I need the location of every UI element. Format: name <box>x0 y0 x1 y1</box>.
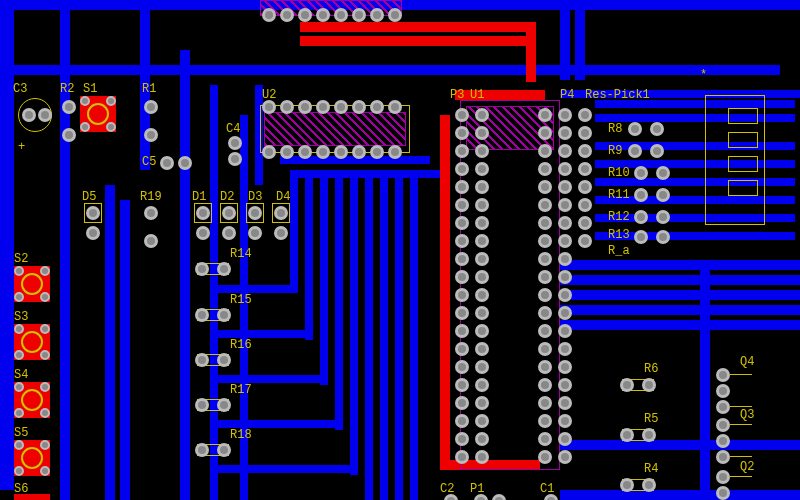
r2-ref: R2 <box>60 82 74 96</box>
c4-ref: C4 <box>226 122 240 136</box>
trace-v-8 <box>305 170 313 340</box>
d3-ref: D3 <box>248 190 262 204</box>
d4-ref: D4 <box>276 190 290 204</box>
trace-red-4 <box>440 115 450 470</box>
c2-pad <box>444 494 458 500</box>
r6-ref: R6 <box>644 362 658 376</box>
c5-ref: C5 <box>142 155 156 169</box>
respick1-slot-1 <box>728 108 758 124</box>
u1-pads-left <box>475 108 489 468</box>
c3-ref: C3 <box>13 82 27 96</box>
r19-ref: R19 <box>140 190 162 204</box>
trace-h-r15 <box>560 490 800 500</box>
trace-h-r10 <box>560 275 800 285</box>
u1-pads-p3 <box>455 108 469 468</box>
s1-ref: S1 <box>83 82 97 96</box>
trace-v-r2 <box>575 10 585 80</box>
r4-ref: R4 <box>644 462 658 476</box>
ra-ref: R_a <box>608 244 630 258</box>
trace-v-r1 <box>560 10 570 80</box>
s3-ref: S3 <box>14 310 28 324</box>
trace-bus-2 <box>290 170 440 178</box>
trace-h-r9 <box>560 260 800 270</box>
trace-v-4b <box>120 200 130 500</box>
d1 <box>196 206 210 236</box>
u2-ref: U2 <box>262 88 276 102</box>
trace-v-10 <box>335 170 343 430</box>
trace-h-r2 <box>595 114 795 122</box>
trace-red-2 <box>300 36 530 46</box>
trace-h-r14 <box>560 440 800 450</box>
d4 <box>274 206 288 236</box>
c5-pad2 <box>178 156 192 170</box>
respick1-slot-4 <box>728 180 758 196</box>
r8-ref: R8 <box>608 122 622 136</box>
trace-bus-0 <box>0 65 780 75</box>
r14-ref: R14 <box>230 247 252 261</box>
c3-pad1 <box>22 108 36 122</box>
q2-ref: Q2 <box>740 460 754 474</box>
u-top-pads <box>262 8 406 22</box>
plus-mark: + <box>18 140 25 154</box>
u2-pads-top <box>262 100 406 114</box>
p3-ref: P3 <box>450 88 464 102</box>
d5-ref: D5 <box>82 190 96 204</box>
trace-h-r13 <box>560 320 800 330</box>
trace-v-13 <box>380 170 388 500</box>
trace-v-11 <box>350 170 358 475</box>
r12-ref: R12 <box>608 210 630 224</box>
r10-ref: R10 <box>608 166 630 180</box>
s5 <box>14 440 50 476</box>
c3-pad2 <box>38 108 52 122</box>
d2-ref: D2 <box>220 190 234 204</box>
trace-red-6 <box>455 90 545 100</box>
d2 <box>222 206 236 236</box>
s5-ref: S5 <box>14 426 28 440</box>
r1-pad1 <box>144 100 158 114</box>
r5-ref: R5 <box>644 412 658 426</box>
d3 <box>248 206 262 236</box>
trace-red-1 <box>300 22 530 32</box>
respick1-ref: Res-Pick1 <box>585 88 650 102</box>
p1-pad2 <box>492 494 506 500</box>
trace-v-15 <box>410 170 418 500</box>
s2 <box>14 266 50 302</box>
trace-h-r11 <box>560 290 800 300</box>
r16-ref: R16 <box>230 338 252 352</box>
d1-ref: D1 <box>192 190 206 204</box>
q3-ref: Q3 <box>740 408 754 422</box>
s4-ref: S4 <box>14 368 28 382</box>
s3 <box>14 324 50 360</box>
trace-bus-4 <box>210 330 310 338</box>
r17-ref: R17 <box>230 383 252 397</box>
c5-pad1 <box>160 156 174 170</box>
trace-v-1 <box>60 0 70 500</box>
star-mark: * <box>700 68 707 82</box>
r19-pad1 <box>144 206 158 220</box>
trace-v-4 <box>105 185 115 500</box>
r11-ref: R11 <box>608 188 630 202</box>
p1-pad1 <box>474 494 488 500</box>
d5 <box>86 206 100 236</box>
c4-pad2 <box>228 152 242 166</box>
c1-pad <box>544 494 558 500</box>
r9-ref: R9 <box>608 144 622 158</box>
trace-v-r3 <box>700 260 710 500</box>
u2-pads-bot <box>262 145 406 159</box>
trace-bus-3 <box>210 285 298 293</box>
s6 <box>14 494 50 500</box>
trace-bus-7 <box>210 465 355 473</box>
trace-v-3 <box>180 50 190 500</box>
trace-v-6 <box>240 115 248 500</box>
r18-ref: R18 <box>230 428 252 442</box>
trace-bus-5 <box>210 375 325 383</box>
trace-h-r12 <box>560 305 800 315</box>
u1-pads-p4 <box>558 108 572 468</box>
r2-pad2 <box>62 128 76 142</box>
pcb-layout-canvas[interactable]: U2 P3 U1 P4 Res-Pick1 * C3 + R2 S1 <box>0 0 800 500</box>
r1-ref: R1 <box>142 82 156 96</box>
u2-body <box>264 112 406 146</box>
trace-v-9 <box>320 170 328 385</box>
p4-ref: P4 <box>560 88 574 102</box>
trace-v-12 <box>365 170 373 500</box>
